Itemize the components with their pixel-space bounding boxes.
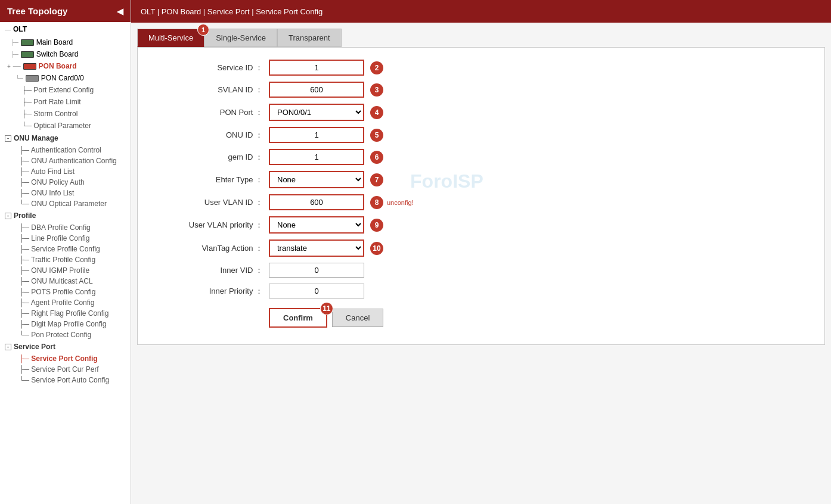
badge-10: 10 (370, 242, 383, 255)
form-row-ehter-type: Ehter Type ： None IP PPPoE 7 (138, 171, 824, 188)
switch-board-icon (21, 51, 34, 58)
breadcrumb: OLT | PON Board | Service Port | Service… (131, 0, 831, 23)
checkbox-onu-manage: - (5, 135, 11, 142)
gem-id-label: gem ID ： (138, 152, 269, 163)
badge-3: 3 (370, 83, 383, 97)
form-row-service-id: Service ID ： 2 (138, 60, 824, 76)
badge-5: 5 (370, 129, 383, 142)
tree-dba-profile[interactable]: ├─ DBA Profile Config (13, 222, 131, 233)
cancel-button[interactable]: Cancel (332, 309, 383, 327)
checkbox-profile: - (5, 213, 11, 219)
badge-4: 4 (370, 106, 383, 119)
tree-service-port-auto-config[interactable]: └─ Service Port Auto Config (13, 375, 131, 385)
gem-id-input[interactable] (269, 149, 364, 165)
user-vlan-id-label: User VLAN ID ： (138, 197, 269, 208)
tree-onu-igmp[interactable]: ├─ ONU IGMP Profile (13, 265, 131, 276)
form-row-inner-priority: Inner Priority ： (138, 284, 824, 298)
tree-service-profile[interactable]: ├─ Service Profile Config (13, 244, 131, 254)
tree-onu-policy-auth[interactable]: ├─ ONU Policy Auth (13, 177, 131, 188)
unconfig-text: unconfig! (387, 199, 414, 206)
tree-olt[interactable]: — OLT (0, 22, 131, 36)
service-id-label: Service ID ： (138, 63, 269, 73)
confirm-button[interactable]: Confirm (269, 308, 327, 328)
tree-pon-protect[interactable]: └─ Pon Protect Config (13, 329, 131, 340)
service-id-input[interactable] (269, 60, 364, 76)
tree-onu-auth-config[interactable]: ├─ ONU Authentication Config (13, 155, 131, 166)
badge-8: 8 (370, 196, 383, 209)
tree-optical-parameter[interactable]: └─ Optical Parameter (10, 120, 131, 132)
tree-pots-profile[interactable]: ├─ POTS Profile Config (13, 287, 131, 297)
tree-digit-map-profile[interactable]: ├─ Digit Map Profile Config (13, 319, 131, 329)
sidebar-title: Tree Topology ◀ (0, 0, 131, 22)
badge-9: 9 (370, 219, 383, 232)
pon-port-select[interactable]: PON0/0/1 PON0/0/2 PON0/0/3 PON0/0/4 (269, 104, 364, 121)
tree-service-port-cur-perf[interactable]: ├─ Service Port Cur Perf (13, 364, 131, 375)
section-service-port[interactable]: - Service Port (0, 340, 131, 353)
tree-main-board[interactable]: ├─ Main Board (0, 36, 131, 48)
inner-vid-input[interactable] (269, 263, 364, 278)
tab-transparent[interactable]: Transparent (277, 29, 342, 47)
form-row-vlantag-action: VlanTag Action ： translate add transpare… (138, 239, 824, 257)
tree-agent-profile[interactable]: ├─ Agent Profile Config (13, 297, 131, 308)
svlan-id-input[interactable] (269, 82, 364, 98)
tree-onu-info-list[interactable]: ├─ ONU Info List (13, 188, 131, 198)
vlantag-action-select[interactable]: translate add transparent (269, 239, 364, 257)
tree-right-flag-profile[interactable]: ├─ Right Flag Profile Config (13, 308, 131, 319)
ehter-type-label: Ehter Type ： (138, 175, 269, 185)
onu-id-label: ONU ID ： (138, 130, 269, 141)
badge-7: 7 (370, 173, 383, 186)
tree-auto-find-list[interactable]: ├─ Auto Find List (13, 166, 131, 177)
onu-id-input[interactable] (269, 127, 364, 143)
form-row-pon-port: PON Port ： PON0/0/1 PON0/0/2 PON0/0/3 PO… (138, 104, 824, 121)
tree-traffic-profile[interactable]: ├─ Traffic Profile Config (13, 254, 131, 265)
pon-port-label: PON Port ： (138, 107, 269, 118)
tab-multi-service[interactable]: Multi-Service 1 (137, 29, 204, 47)
content-body: Multi-Service 1 Single-Service Transpare… (131, 23, 831, 504)
form-row-svlan-id: SVLAN ID ： 3 (138, 82, 824, 98)
form-row-user-vlan-priority: User VLAN priority ： None 0123 4567 9 (138, 216, 824, 234)
tree-switch-board[interactable]: ├─ Switch Board (0, 48, 131, 60)
board-icon (21, 39, 34, 46)
form-row-inner-vid: Inner VID ： (138, 263, 824, 278)
form-row-user-vlan-id: User VLAN ID ： 8 unconfig! (138, 194, 824, 210)
inner-vid-label: Inner VID ： (138, 265, 269, 276)
svlan-id-label: SVLAN ID ： (138, 85, 269, 95)
inner-priority-label: Inner Priority ： (138, 286, 269, 297)
form-row-onu-id: ONU ID ： 5 (138, 127, 824, 143)
tree-pon-card[interactable]: └─ PON Card0/0 (0, 72, 131, 84)
section-profile[interactable]: - Profile (0, 209, 131, 222)
pon-board-icon (23, 63, 36, 70)
user-vlan-priority-select[interactable]: None 0123 4567 (269, 216, 364, 234)
form-buttons: Confirm 11 Cancel (269, 308, 824, 328)
badge-2: 2 (370, 61, 383, 74)
tree-service-port-config[interactable]: ├─ Service Port Config (13, 353, 131, 364)
user-vlan-priority-label: User VLAN priority ： (138, 220, 269, 231)
badge-11: 11 (320, 302, 333, 315)
checkbox-service-port: - (5, 344, 11, 350)
tabs-container: Multi-Service 1 Single-Service Transpare… (137, 29, 825, 47)
sidebar: Tree Topology ◀ — OLT ├─ Main Board ├─ (0, 0, 131, 504)
pon-card-icon (26, 75, 39, 82)
form-panel: ForoISP Service ID ： 2 SVLAN ID ： (137, 47, 825, 345)
tree-pon-board[interactable]: + ── PON Board (0, 60, 131, 72)
tree-storm-control[interactable]: ├─ Storm Control (10, 108, 131, 120)
tree-onu-optical-parameter[interactable]: └─ ONU Optical Parameter (13, 198, 131, 209)
tab-single-service[interactable]: Single-Service (204, 29, 277, 47)
section-onu-manage[interactable]: - ONU Manage (0, 132, 131, 145)
form-row-gem-id: gem ID ： 6 (138, 149, 824, 165)
tree-port-rate-limit[interactable]: ├─ Port Rate Limit (10, 96, 131, 108)
tree-line-profile[interactable]: ├─ Line Profile Config (13, 233, 131, 244)
user-vlan-id-input[interactable] (269, 194, 364, 210)
badge-6: 6 (370, 151, 383, 164)
tree-port-extend-config[interactable]: ├─ Port Extend Config (10, 84, 131, 96)
tree-onu-multicast-acl[interactable]: ├─ ONU Multicast ACL (13, 276, 131, 287)
tree-authentication-control[interactable]: ├─ Authentication Control (13, 145, 131, 155)
vlantag-action-label: VlanTag Action ： (138, 243, 269, 254)
tab-badge-1: 1 (197, 24, 209, 36)
collapse-icon[interactable]: ◀ (117, 7, 123, 16)
ehter-type-select[interactable]: None IP PPPoE (269, 171, 364, 188)
inner-priority-input[interactable] (269, 284, 364, 298)
content-area: OLT | PON Board | Service Port | Service… (131, 0, 831, 504)
